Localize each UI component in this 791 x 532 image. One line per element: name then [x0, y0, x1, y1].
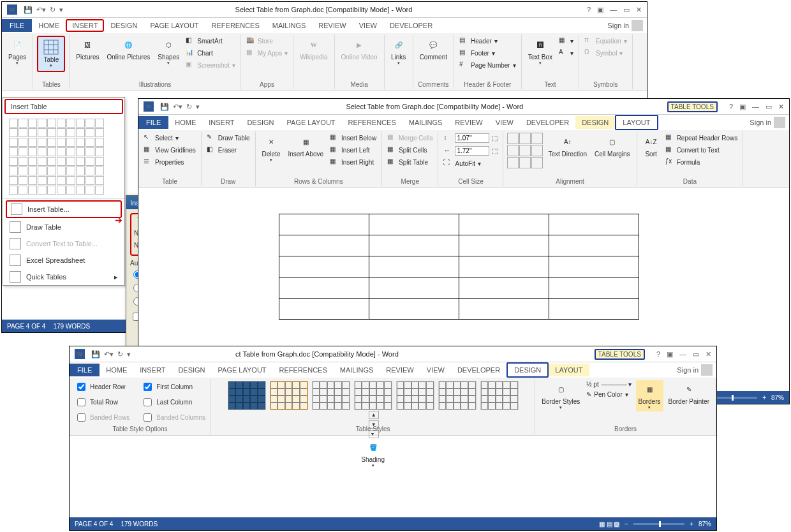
screenshot-button[interactable]: ▣Screenshot ▾	[184, 60, 237, 70]
smartart-button[interactable]: ◧SmartArt	[184, 36, 237, 46]
first-col-checkbox[interactable]: First Column	[140, 380, 207, 394]
merge-cells-button[interactable]: ▦Merge Cells	[386, 133, 434, 143]
shading-button[interactable]: 🪣Shading▾	[359, 438, 387, 469]
avatar-icon	[632, 20, 643, 31]
header-button[interactable]: ▤Header ▾	[458, 36, 517, 46]
pen-color[interactable]: ✎ Pen Color ▾	[585, 390, 633, 399]
cell-margins-button[interactable]: ▢Cell Margins	[592, 133, 633, 159]
annotation-arrow-icon: ➔	[115, 215, 122, 225]
banded-cols-checkbox[interactable]: Banded Columns	[140, 411, 207, 424]
ribbon-tabs: FILE HOME INSERT DESIGN PAGE LAYOUT REFE…	[2, 18, 647, 33]
maximize-icon[interactable]: ▭	[623, 6, 630, 14]
insert-left-button[interactable]: ▦Insert Left	[329, 145, 378, 155]
minimize-icon[interactable]: —	[610, 6, 617, 14]
tab-file[interactable]: FILE	[2, 19, 32, 32]
layout-tool-tab[interactable]: LAYOUT	[615, 115, 658, 130]
online-pictures-button[interactable]: 🌐Online Pictures	[104, 36, 152, 62]
total-row-checkbox[interactable]: Total Row	[73, 395, 131, 409]
height-field[interactable]: ↕ ⬚	[442, 133, 499, 144]
text-more2[interactable]: A▾	[558, 48, 575, 58]
signin-link[interactable]: Sign in	[603, 17, 647, 34]
inserted-table[interactable]	[279, 214, 639, 320]
online-video-button[interactable]: ▶Online Video	[339, 36, 380, 62]
tab-references[interactable]: REFERENCES	[205, 19, 266, 32]
last-col-checkbox[interactable]: Last Column	[140, 395, 207, 409]
close-icon[interactable]: ✕	[636, 6, 642, 14]
redo-icon[interactable]: ↻	[186, 103, 192, 111]
split-table-button[interactable]: ▦Split Table	[386, 157, 434, 167]
insert-right-button[interactable]: ▦Insert Right	[329, 157, 378, 167]
help-icon[interactable]: ?	[587, 6, 591, 14]
table-styles-gallery[interactable]	[227, 380, 519, 411]
zoom-value[interactable]: 87%	[771, 394, 784, 401]
save-icon[interactable]: 💾	[160, 103, 169, 111]
excel-spreadsheet-item[interactable]: Excel Spreadsheet	[3, 252, 124, 269]
repeat-header-button[interactable]: ▦Repeat Header Rows	[664, 133, 739, 143]
convert-text-button[interactable]: ▦Convert to Text	[664, 145, 739, 155]
shapes-button[interactable]: ⬡Shapes▾	[155, 36, 182, 67]
undo-icon[interactable]: ↶▾	[36, 6, 46, 14]
word-icon: W	[7, 4, 17, 15]
insert-below-button[interactable]: ▦Insert Below	[329, 133, 378, 143]
select-button[interactable]: ↖Select ▾	[142, 133, 197, 143]
formula-button[interactable]: ƒxFormula	[664, 157, 739, 167]
status-words[interactable]: 179 WORDS	[53, 323, 90, 330]
pages-button[interactable]: 📄Pages▾	[6, 36, 29, 67]
border-painter-button[interactable]: ✎Border Painter	[666, 380, 712, 406]
design-tool-tab[interactable]: DESIGN	[575, 116, 615, 129]
properties-button[interactable]: ☰Properties	[142, 157, 197, 167]
autofit-button[interactable]: ⛶AutoFit ▾	[442, 158, 499, 168]
split-cells-button[interactable]: ▦Split Cells	[386, 145, 434, 155]
status-page[interactable]: PAGE 4 OF 4	[7, 323, 45, 330]
ribbon-options-icon[interactable]: ▣	[597, 6, 603, 14]
tab-design[interactable]: DESIGN	[104, 19, 144, 32]
symbol-button[interactable]: ΩSymbol ▾	[583, 48, 628, 58]
links-button[interactable]: 🔗Links▾	[388, 36, 409, 67]
wikipedia-button[interactable]: WWikipedia	[297, 36, 330, 62]
save-icon[interactable]: 💾	[24, 6, 33, 14]
insert-table-item[interactable]: Insert Table...	[6, 200, 122, 218]
eraser-button[interactable]: ◧Eraser	[205, 145, 251, 155]
alignment-grid[interactable]	[507, 133, 543, 168]
pagenumber-button[interactable]: #Page Number ▾	[458, 60, 517, 70]
footer-button[interactable]: ▤Footer ▾	[458, 48, 517, 58]
design-tool-tab-2[interactable]: DESIGN	[506, 362, 549, 378]
width-field[interactable]: ↔ ⬚	[442, 145, 499, 156]
ribbon-group-text: Text	[522, 81, 579, 88]
myapps-button[interactable]: ▦My Apps ▾	[245, 48, 289, 58]
border-styles-button[interactable]: ▢Border Styles▾	[539, 380, 582, 411]
tab-view[interactable]: VIEW	[353, 19, 383, 32]
redo-icon[interactable]: ↻	[50, 6, 55, 14]
pen-weight[interactable]: ½ pt ———— ▾	[585, 380, 633, 388]
text-direction-button[interactable]: A↕Text Direction	[545, 133, 589, 159]
table-button[interactable]: Table▾	[37, 36, 65, 72]
delete-button[interactable]: ✕Delete▾	[260, 133, 283, 164]
comment-button[interactable]: 💬Comment	[417, 36, 450, 62]
tab-mailings[interactable]: MAILINGS	[266, 19, 313, 32]
borders-button[interactable]: ▦Borders▾	[636, 380, 663, 411]
undo-icon[interactable]: ↶▾	[173, 103, 182, 111]
banded-rows-checkbox[interactable]: Banded Rows	[73, 411, 131, 424]
qat-more-icon[interactable]: ▾	[59, 6, 63, 14]
gridlines-button[interactable]: ▦View Gridlines	[142, 145, 197, 155]
tab-insert[interactable]: INSERT	[66, 19, 104, 32]
textbox-button[interactable]: 🅰Text Box▾	[526, 36, 555, 67]
draw-table-item[interactable]: Draw Table	[3, 219, 124, 235]
layout-tool-tab-2[interactable]: LAYOUT	[549, 364, 589, 376]
store-button[interactable]: 🏬Store	[245, 36, 289, 46]
tab-pagelayout[interactable]: PAGE LAYOUT	[144, 19, 205, 32]
insert-above-button[interactable]: ▦Insert Above	[285, 133, 326, 159]
tab-home[interactable]: HOME	[32, 19, 66, 32]
quick-tables-item[interactable]: Quick Tables▸	[3, 269, 124, 285]
sort-button[interactable]: A↓ZSort	[641, 133, 662, 159]
header-row-checkbox[interactable]: Header Row	[73, 380, 131, 394]
pictures-button[interactable]: 🖼Pictures	[73, 36, 101, 62]
draw-table-button[interactable]: ✎Draw Table	[205, 133, 251, 143]
grid-icon	[11, 203, 22, 215]
tab-review[interactable]: REVIEW	[312, 19, 352, 32]
text-more[interactable]: ▦▾	[558, 36, 575, 46]
chart-button[interactable]: 📊Chart	[184, 48, 237, 58]
table-size-grid[interactable]	[3, 115, 124, 197]
tab-developer[interactable]: DEVELOPER	[383, 19, 439, 32]
equation-button[interactable]: πEquation ▾	[583, 36, 628, 46]
